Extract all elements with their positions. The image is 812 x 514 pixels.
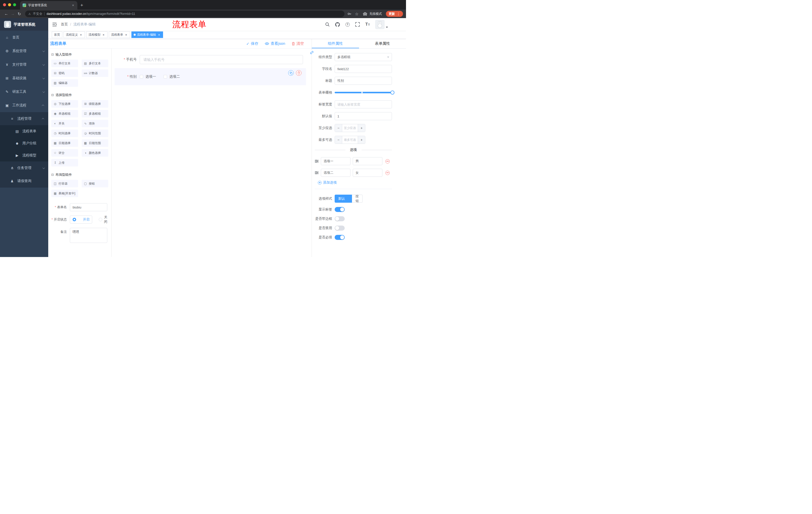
decrease-button[interactable] xyxy=(335,136,342,143)
tag-process-model[interactable]: 流程模型 xyxy=(86,31,108,38)
form-remark-textarea[interactable]: 嘿嘿 xyxy=(70,228,107,243)
github-icon[interactable] xyxy=(335,22,340,27)
tab-form-properties[interactable]: 表单属性 xyxy=(359,39,406,48)
remove-option-icon[interactable] xyxy=(385,171,390,175)
option-label-input[interactable] xyxy=(321,169,350,177)
title-input[interactable] xyxy=(335,77,392,85)
palette-item-rate[interactable]: ☆评分 xyxy=(51,149,78,157)
palette-item-radio-group[interactable]: ◉单选框组 xyxy=(51,110,78,117)
sidebar-item-leave-query[interactable]: ♟ 请假查询 xyxy=(0,174,48,188)
link-icon[interactable] xyxy=(309,50,314,55)
palette-item-slider[interactable]: ∿滑块 xyxy=(82,120,109,127)
palette-item-checkbox-group[interactable]: ☑多选框组 xyxy=(82,110,109,117)
palette-item-switch[interactable]: ◐开关 xyxy=(51,120,78,127)
palette-item-cascader[interactable]: ⊞级联选择 xyxy=(82,100,109,108)
gender-option2-checkbox[interactable]: 选项二 xyxy=(164,75,180,79)
option-value-input[interactable] xyxy=(353,157,382,165)
new-tab-button[interactable] xyxy=(80,2,83,8)
field-name-input[interactable] xyxy=(335,65,392,73)
gender-field-row-selected[interactable]: 性别 选项一 选项二 xyxy=(115,68,306,85)
tag-close-icon[interactable] xyxy=(102,33,105,36)
palette-item-color-picker[interactable]: ◑颜色选择 xyxy=(82,149,109,157)
max-select-stepper[interactable]: 最多可选 xyxy=(335,136,365,144)
drag-handle-icon[interactable] xyxy=(315,160,319,163)
toggle-show-label[interactable] xyxy=(335,207,345,212)
sidebar-item-process-form[interactable]: ▤ 流程表单 xyxy=(0,125,48,137)
option-value-input[interactable] xyxy=(353,169,382,177)
back-button[interactable] xyxy=(3,10,9,17)
slider-track[interactable] xyxy=(335,92,392,93)
breadcrumb-home-link[interactable]: 首页 xyxy=(61,22,68,27)
close-window-button[interactable] xyxy=(3,3,6,6)
default-value-input[interactable] xyxy=(335,112,392,120)
tag-process-form[interactable]: 流程表单 xyxy=(109,31,130,38)
sidebar-item-process-management[interactable]: ≡ 流程管理 xyxy=(0,112,48,125)
update-browser-button[interactable]: 更新 xyxy=(386,11,403,17)
clear-button[interactable]: 清空 xyxy=(292,41,304,46)
palette-item-select[interactable]: ◎下拉选择 xyxy=(51,100,78,108)
status-on-radio[interactable]: 开启 xyxy=(70,216,92,223)
tag-close-icon[interactable] xyxy=(79,33,83,36)
phone-input[interactable] xyxy=(140,55,303,64)
sidebar-item-workflow[interactable]: ▣ 工作流程 xyxy=(0,99,48,112)
sidebar-item-user-group[interactable]: ☻ 用户分组 xyxy=(0,137,48,150)
form-canvas[interactable]: 手机号 xyxy=(112,49,312,257)
min-select-stepper[interactable]: 至少应选 xyxy=(335,124,365,132)
toggle-disabled[interactable] xyxy=(335,225,345,231)
form-grid-slider[interactable] xyxy=(335,88,392,97)
style-default-button[interactable]: 默认 xyxy=(335,195,352,203)
phone-field-row[interactable]: 手机号 xyxy=(115,55,306,64)
bookmark-star-icon[interactable] xyxy=(355,11,358,16)
increase-button[interactable] xyxy=(358,124,365,132)
sidebar-item-payment-management[interactable]: ¥ 支付管理 xyxy=(0,58,48,72)
sidebar-item-task-management[interactable]: ⋔ 任务管理 xyxy=(0,161,48,174)
browser-menu-icon[interactable] xyxy=(397,12,400,16)
palette-item-multi-line-text[interactable]: ▤多行文本 xyxy=(82,60,109,67)
not-secure-label[interactable]: 不安全 xyxy=(33,12,42,16)
reload-button[interactable] xyxy=(16,10,23,17)
gender-option1-checkbox[interactable]: 选项一 xyxy=(140,75,156,79)
tag-process-form-edit[interactable]: 流程表单-编辑 xyxy=(132,31,163,38)
tab-close-icon[interactable] xyxy=(71,3,75,7)
forward-button[interactable] xyxy=(9,10,16,17)
status-off-radio[interactable]: 关闭 xyxy=(99,215,107,224)
minimize-window-button[interactable] xyxy=(8,3,11,6)
help-icon[interactable] xyxy=(345,22,350,27)
browser-tab[interactable]: 芋道管理系统 xyxy=(20,1,77,9)
delete-component-button[interactable] xyxy=(296,70,301,76)
sidebar-item-home[interactable]: ⌂ 首页 xyxy=(0,31,48,44)
sidebar-logo[interactable]: 芋道管理系统 xyxy=(0,18,48,31)
avatar[interactable] xyxy=(375,20,385,29)
slider-handle[interactable] xyxy=(390,90,395,94)
window-controls[interactable] xyxy=(3,3,16,6)
palette-item-date-picker[interactable]: ▦日期选择 xyxy=(51,139,78,147)
sidebar-item-infrastructure[interactable]: ⊞ 基础设施 xyxy=(0,72,48,85)
toggle-required[interactable] xyxy=(335,235,345,240)
sidebar-item-dev-tools[interactable]: ✎ 研发工具 xyxy=(0,85,48,99)
user-menu[interactable] xyxy=(375,20,388,29)
hamburger-icon[interactable] xyxy=(48,23,61,26)
increase-button[interactable] xyxy=(358,136,365,143)
zoom-window-button[interactable] xyxy=(13,3,16,6)
tag-process-definition[interactable]: 流程定义 xyxy=(63,31,85,38)
form-name-input[interactable] xyxy=(70,203,107,211)
palette-item-password[interactable]: ⊟密码 xyxy=(51,70,78,77)
save-button[interactable]: 保存 xyxy=(246,41,259,46)
fullscreen-icon[interactable] xyxy=(355,22,360,27)
style-button-button[interactable]: 按钮 xyxy=(352,195,362,203)
sidebar-item-system-management[interactable]: ⚙ 系统管理 xyxy=(0,44,48,58)
checkbox-icon[interactable] xyxy=(140,75,143,78)
component-type-select[interactable]: 多选框组 xyxy=(335,53,392,61)
palette-item-row-container[interactable]: ◫行容器 xyxy=(51,180,78,187)
address-bar[interactable]: 不安全 dashboard.yudao.iocoder.cn/bpm/manag… xyxy=(25,10,344,17)
drag-handle-icon[interactable] xyxy=(315,171,319,174)
toggle-border[interactable] xyxy=(335,216,345,221)
palette-item-single-line-text[interactable]: ▭单行文本 xyxy=(51,60,78,67)
search-icon[interactable] xyxy=(325,22,330,27)
checkbox-icon[interactable] xyxy=(164,75,167,78)
palette-item-upload[interactable]: ↥上传 xyxy=(51,159,78,166)
remove-option-icon[interactable] xyxy=(385,159,390,163)
palette-item-button[interactable]: ▢按钮 xyxy=(82,180,109,187)
sidebar-item-process-model[interactable]: ▶ 流程模型 xyxy=(0,150,48,161)
palette-item-counter[interactable]: 123计数器 xyxy=(82,70,109,77)
